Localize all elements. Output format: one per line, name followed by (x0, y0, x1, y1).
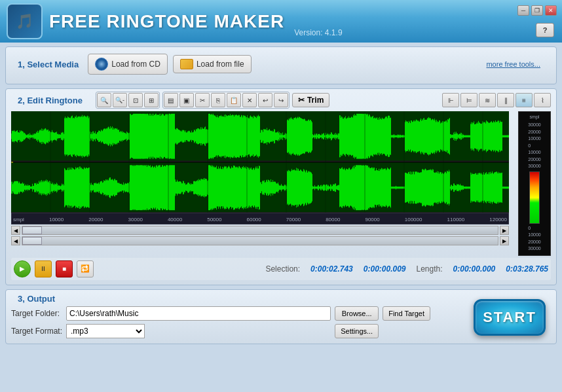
playback-controls: ▶ ⏸ ■ 🔁 Selection: 0:00:02.743 0:00:00.0… (11, 258, 551, 280)
hscroll-row: ◀ ▶ (11, 226, 509, 235)
target-folder-input[interactable] (66, 306, 331, 321)
trim-button[interactable]: ✂ Trim (292, 93, 329, 107)
waveform-area: smpl 10000 20000 30000 40000 50000 60000… (11, 111, 551, 256)
waveform-main: smpl 10000 20000 30000 40000 50000 60000… (11, 111, 518, 256)
start-label: START (483, 309, 536, 326)
zoom-fit-button[interactable]: ⊡ (128, 93, 143, 107)
app-title: FREE RINGTONE MAKER (49, 11, 284, 32)
file-icon (180, 59, 193, 69)
loop-button[interactable]: 🔁 (77, 260, 94, 277)
section3-title: 3, Output (11, 291, 62, 306)
zoom-in-button[interactable]: 🔍 (97, 93, 111, 107)
level-meter-panel: smpl 30000 20000 10000 0 10000 20000 300… (518, 111, 551, 256)
waveform-btn6[interactable]: ⌇ (534, 93, 551, 107)
edit-toolbar: ▤ ▣ ✂ ⎘ 📋 ✕ ↩ ↪ (162, 92, 290, 109)
selection-label: Selection: (265, 264, 300, 274)
app-version: Version: 4.1.9 (294, 28, 342, 43)
section1-content: 1, Select Media Load from CD Load from f… (6, 47, 556, 84)
ruler-labels: smpl 10000 20000 30000 40000 50000 60000… (12, 217, 508, 224)
scroll-left-button[interactable]: ◀ (11, 226, 20, 235)
close-button[interactable]: ✕ (545, 5, 557, 16)
target-format-label: Target Format: (11, 327, 62, 336)
length-label: Length: (417, 264, 443, 274)
load-file-button[interactable]: Load from file (173, 55, 252, 73)
format-select[interactable]: .mp3 .wav .ogg (66, 324, 145, 338)
title-bar: 🎵 FREE RINGTONE MAKER Version: 4.1.9 ─ ❐… (0, 0, 562, 43)
zoom-sel-button[interactable]: ⊞ (144, 93, 159, 107)
ruler-smpl: smpl (13, 217, 24, 223)
scroll-right2-button[interactable]: ▶ (500, 236, 509, 245)
main-body: 1, Select Media Load from CD Load from f… (0, 43, 562, 352)
hscroll-row2: ◀ ▶ (11, 236, 509, 245)
zoom-out-button[interactable]: 🔍- (113, 93, 127, 107)
length-start: 0:00:00.000 (453, 264, 496, 274)
hscroll-thumb[interactable] (22, 226, 42, 234)
level-bar (529, 171, 540, 224)
scroll-right-button[interactable]: ▶ (500, 226, 509, 235)
scroll-left2-button[interactable]: ◀ (11, 236, 20, 245)
level-values-bottom: 0 10000 20000 30000 (528, 225, 540, 253)
output-grid: Target Folder: Browse... Find Target Tar… (11, 306, 430, 338)
hscroll-bar[interactable] (22, 226, 498, 235)
section1-row: 1, Select Media Load from CD Load from f… (11, 50, 551, 79)
section2-content: 2, Edit Ringtone 🔍 🔍- ⊡ ⊞ ▤ ▣ ✂ ⎘ 📋 ✕ (6, 89, 556, 285)
copy-button[interactable]: ⎘ (211, 93, 225, 107)
section3-panel: 3, Output Target Folder: Browse... Find … (5, 289, 557, 344)
more-tools-link[interactable]: more free tools... (486, 60, 540, 68)
media-buttons: Load from CD Load from file (85, 50, 253, 79)
right-toolbar: ⊩ ⊨ ≋ ∥ ≡ ⌇ (442, 93, 551, 107)
paste-button[interactable]: 📋 (227, 93, 241, 107)
selection-start: 0:00:02.743 (310, 264, 353, 274)
length-end: 0:03:28.765 (506, 264, 548, 274)
zoom-toolbar: 🔍 🔍- ⊡ ⊞ (96, 92, 160, 109)
ruler: smpl 10000 20000 30000 40000 50000 60000… (11, 213, 509, 224)
hscroll-thumb2[interactable] (22, 237, 42, 245)
trim-label: Trim (307, 96, 324, 105)
help-button[interactable]: ? (536, 23, 554, 37)
load-cd-label: Load from CD (111, 60, 160, 69)
hscroll-bar2[interactable] (22, 236, 498, 245)
settings-button[interactable]: Settings... (335, 324, 379, 338)
view-btn2[interactable]: ▣ (179, 93, 194, 107)
app-logo: 🎵 (7, 3, 43, 39)
cd-icon (95, 58, 108, 71)
waveform-btn1[interactable]: ⊩ (442, 93, 459, 107)
section1-panel: 1, Select Media Load from CD Load from f… (5, 46, 557, 84)
waveform-btn5[interactable]: ≡ (515, 93, 533, 107)
stop-button[interactable]: ■ (56, 260, 73, 277)
section2-panel: 2, Edit Ringtone 🔍 🔍- ⊡ ⊞ ▤ ▣ ✂ ⎘ 📋 ✕ (5, 88, 557, 285)
start-button[interactable]: START (474, 299, 546, 336)
pause-button[interactable]: ⏸ (35, 260, 52, 277)
target-folder-label: Target Folder: (11, 309, 62, 318)
selection-end: 0:00:00.009 (364, 264, 406, 274)
section1-title: 1, Select Media (11, 57, 85, 72)
find-target-button[interactable]: Find Target (383, 306, 430, 321)
level-values-top: 30000 20000 10000 0 10000 20000 30000 (528, 122, 540, 170)
section2-title: 2, Edit Ringtone (11, 93, 89, 108)
window-controls: ─ ❐ ✕ (517, 5, 557, 16)
cut-button[interactable]: ✂ (195, 93, 210, 107)
waveform-btn3[interactable]: ≋ (479, 93, 496, 107)
start-button-wrapper: START (474, 299, 546, 336)
browse-button[interactable]: Browse... (335, 306, 379, 321)
delete-button[interactable]: ✕ (242, 93, 257, 107)
view-btn1[interactable]: ▤ (164, 93, 178, 107)
redo-button[interactable]: ↪ (274, 93, 288, 107)
waveform-btn2[interactable]: ⊨ (460, 93, 478, 107)
waveform-canvas[interactable] (11, 111, 509, 213)
undo-button[interactable]: ↩ (258, 93, 272, 107)
waveform-btn4[interactable]: ∥ (497, 93, 514, 107)
restore-button[interactable]: ❐ (531, 5, 543, 16)
load-cd-button[interactable]: Load from CD (88, 54, 168, 75)
load-file-label: Load from file (197, 60, 244, 69)
minimize-button[interactable]: ─ (517, 5, 529, 16)
time-info: Selection: 0:00:02.743 0:00:00.009 Lengt… (98, 264, 548, 274)
smpl-label: smpl (530, 115, 540, 119)
play-button[interactable]: ▶ (14, 260, 31, 277)
